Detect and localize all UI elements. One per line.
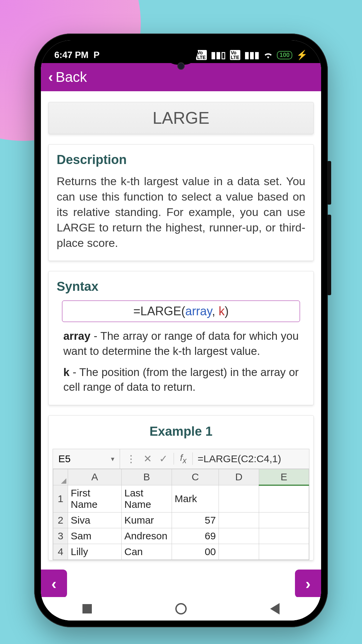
syntax-card: Syntax =LARGE(array, k) array - The arra… (48, 271, 314, 405)
excel-cancel-icon: ✕ (143, 453, 152, 465)
page-title: LARGE (48, 102, 314, 134)
col-header: B (122, 469, 172, 485)
signal-icon-1: ▮▮▯ (211, 50, 226, 60)
table-row: 2 SivaKumar57 (53, 512, 309, 528)
excel-formula-bar: =LARGE(C2:C4,1) (193, 450, 309, 468)
table-row: 4 LillyCan00 (53, 544, 309, 559)
prev-button[interactable]: ‹ (41, 570, 67, 598)
status-time: 6:47 PM (54, 50, 88, 60)
recents-button[interactable] (82, 604, 92, 613)
back-system-button[interactable] (270, 603, 280, 614)
status-app-indicator: P (94, 50, 100, 60)
param-array: array - The array or range of data for w… (49, 329, 313, 365)
col-header: D (219, 469, 259, 485)
excel-name-box: E5▾ (53, 449, 120, 469)
excel-confirm-icon: ✓ (159, 453, 168, 465)
col-header-selected: E (259, 469, 309, 485)
excel-screenshot: E5▾ ⋮ ✕ ✓ fx =LARGE(C2:C4,1) (53, 449, 309, 560)
wifi-icon (263, 51, 273, 59)
syntax-heading: Syntax (49, 271, 313, 301)
volte-icon-2: VoLTE (230, 50, 240, 60)
screen: 6:47 PM P ⏰ VoLTE ▮▮▯ VoLTE ▮▮▮ 100 ⚡ ‹ … (41, 40, 321, 621)
dropdown-icon: ▾ (111, 455, 114, 463)
battery-icon: 100 (277, 51, 292, 59)
excel-grid: A B C D E 1 First NameLast NameMark 2 (53, 469, 309, 560)
fx-icon: fx (174, 452, 193, 465)
phone-frame: 6:47 PM P ⏰ VoLTE ▮▮▯ VoLTE ▮▮▮ 100 ⚡ ‹ … (34, 34, 328, 627)
description-heading: Description (49, 145, 313, 174)
excel-corner (53, 469, 68, 485)
description-text: Returns the k-th largest value in a data… (49, 174, 313, 261)
excel-more-icon: ⋮ (126, 453, 136, 465)
example-card: Example 1 E5▾ ⋮ ✕ ✓ fx =LARGE(C2:C4,1) (48, 415, 314, 560)
system-nav-bar (41, 597, 321, 621)
example-heading: Example 1 (49, 416, 313, 449)
home-button[interactable] (175, 603, 187, 614)
col-header: A (68, 469, 122, 485)
table-row: 3 SamAndreson69 (53, 528, 309, 544)
syntax-formula: =LARGE(array, k) (62, 301, 300, 322)
description-card: Description Returns the k-th largest val… (48, 144, 314, 261)
param-k: k - The position (from the largest) in t… (49, 365, 313, 405)
col-header: C (172, 469, 219, 485)
chevron-right-icon: › (305, 575, 310, 593)
back-chevron-icon[interactable]: ‹ (48, 69, 53, 85)
signal-icon-2: ▮▮▮ (244, 50, 259, 60)
back-button[interactable]: Back (56, 69, 87, 85)
chevron-left-icon: ‹ (51, 575, 56, 593)
content-area[interactable]: LARGE Description Returns the k-th large… (41, 94, 321, 597)
next-button[interactable]: › (295, 570, 321, 598)
table-row: 1 First NameLast NameMark (53, 485, 309, 512)
charging-icon: ⚡ (296, 50, 308, 60)
